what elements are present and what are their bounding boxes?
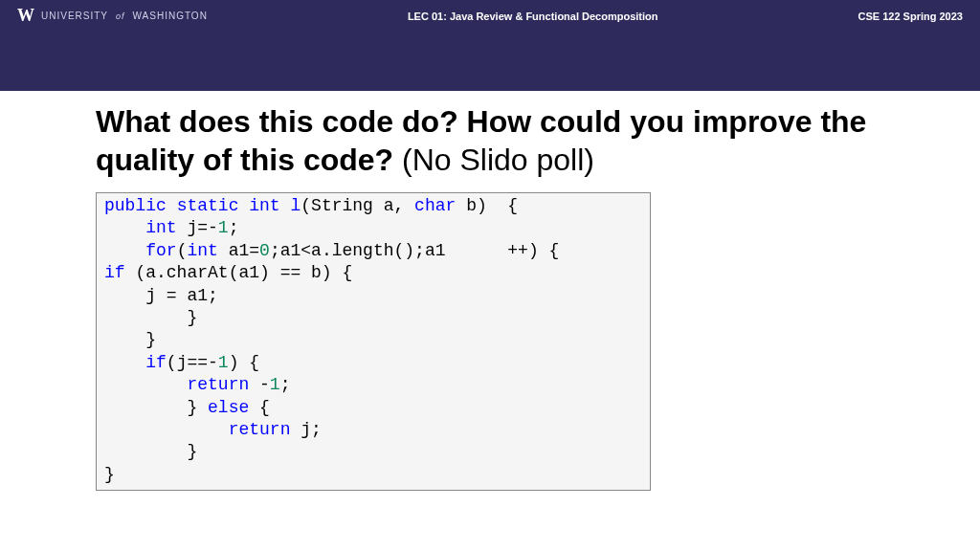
code-token: 1 <box>218 353 229 372</box>
title-normal: (No Slido poll) <box>393 143 594 177</box>
code-token: 0 <box>259 241 270 260</box>
slide-header: W UNIVERSITY of WASHINGTON LEC 01: Java … <box>0 0 980 91</box>
code-token: 1 <box>218 218 229 237</box>
code-token: int <box>249 196 279 215</box>
code-block: public static int l(String a, char b) { … <box>96 192 651 491</box>
lecture-title: LEC 01: Java Review & Functional Decompo… <box>408 11 658 22</box>
slide-content: What does this code do? How could you im… <box>0 91 980 491</box>
code-token: 1 <box>270 375 280 394</box>
uw-of: of <box>116 11 125 21</box>
code-token: int <box>145 218 176 237</box>
university-logo: W UNIVERSITY of WASHINGTON <box>17 6 208 26</box>
code-token: public <box>104 196 167 215</box>
code-token: char <box>414 196 456 215</box>
code-token: l <box>290 196 301 215</box>
uw-w-mark: W <box>17 6 35 26</box>
code-token: for <box>145 241 176 260</box>
code-token: return <box>229 420 291 439</box>
course-info: CSE 122 Spring 2023 <box>858 11 963 22</box>
header-top-row: W UNIVERSITY of WASHINGTON LEC 01: Java … <box>0 0 980 26</box>
code-token: return <box>187 375 249 394</box>
code-token: if <box>145 353 167 372</box>
code-token: if <box>104 263 125 282</box>
code-token: static <box>177 196 239 215</box>
code-token: int <box>187 241 217 260</box>
code-token: else <box>208 398 249 417</box>
slide-title: What does this code do? How could you im… <box>96 102 884 179</box>
uw-text-2: WASHINGTON <box>133 11 208 21</box>
uw-text-1: UNIVERSITY <box>41 11 108 21</box>
